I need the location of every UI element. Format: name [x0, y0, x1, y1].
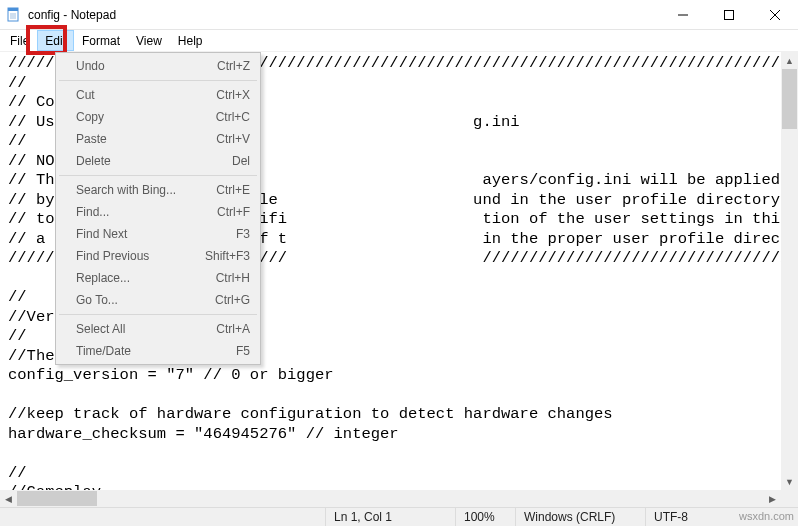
- menu-format[interactable]: Format: [74, 30, 128, 51]
- menu-item-find-next[interactable]: Find NextF3: [58, 223, 258, 245]
- menu-item-shortcut: Ctrl+E: [216, 183, 250, 197]
- menu-item-shortcut: Ctrl+V: [216, 132, 250, 146]
- menu-item-shortcut: Ctrl+A: [216, 322, 250, 336]
- status-bar: Ln 1, Col 1 100% Windows (CRLF) UTF-8 ws…: [0, 507, 798, 526]
- menu-edit[interactable]: Edit: [37, 30, 74, 51]
- maximize-button[interactable]: [706, 0, 752, 30]
- menu-view[interactable]: View: [128, 30, 170, 51]
- notepad-icon: [6, 7, 22, 23]
- scroll-down-arrow-icon[interactable]: ▼: [781, 473, 798, 490]
- menu-separator: [59, 80, 257, 81]
- menu-item-find-previous[interactable]: Find PreviousShift+F3: [58, 245, 258, 267]
- menu-separator: [59, 175, 257, 176]
- menu-item-label: Cut: [76, 88, 216, 102]
- menu-item-label: Undo: [76, 59, 217, 73]
- menu-item-shortcut: Ctrl+F: [217, 205, 250, 219]
- menu-item-shortcut: Ctrl+Z: [217, 59, 250, 73]
- menu-item-shortcut: Ctrl+X: [216, 88, 250, 102]
- menu-item-search-with-bing[interactable]: Search with Bing...Ctrl+E: [58, 179, 258, 201]
- menu-item-label: Search with Bing...: [76, 183, 216, 197]
- menu-item-label: Time/Date: [76, 344, 236, 358]
- vertical-scroll-thumb[interactable]: [782, 69, 797, 129]
- menu-item-undo[interactable]: UndoCtrl+Z: [58, 55, 258, 77]
- menu-item-shortcut: Ctrl+G: [215, 293, 250, 307]
- menu-item-go-to[interactable]: Go To...Ctrl+G: [58, 289, 258, 311]
- menu-item-time-date[interactable]: Time/DateF5: [58, 340, 258, 362]
- menu-item-label: Go To...: [76, 293, 215, 307]
- menu-item-find[interactable]: Find...Ctrl+F: [58, 201, 258, 223]
- menu-item-delete[interactable]: DeleteDel: [58, 150, 258, 172]
- menu-item-shortcut: F3: [236, 227, 250, 241]
- menu-item-shortcut: F5: [236, 344, 250, 358]
- menu-item-shortcut: Ctrl+C: [216, 110, 250, 124]
- status-encoding: UTF-8: [645, 508, 735, 526]
- menu-item-label: Find...: [76, 205, 217, 219]
- watermark: wsxdn.com: [735, 508, 798, 526]
- menu-item-cut[interactable]: CutCtrl+X: [58, 84, 258, 106]
- minimize-button[interactable]: [660, 0, 706, 30]
- menu-item-select-all[interactable]: Select AllCtrl+A: [58, 318, 258, 340]
- edit-menu-dropdown: UndoCtrl+ZCutCtrl+XCopyCtrl+CPasteCtrl+V…: [55, 52, 261, 365]
- menu-item-shortcut: Shift+F3: [205, 249, 250, 263]
- title-bar: config - Notepad: [0, 0, 798, 30]
- horizontal-scroll-thumb[interactable]: [17, 491, 97, 506]
- menu-help[interactable]: Help: [170, 30, 211, 51]
- svg-rect-6: [725, 10, 734, 19]
- window-title: config - Notepad: [28, 8, 116, 22]
- horizontal-scrollbar[interactable]: ◀ ▶: [0, 490, 781, 507]
- status-line-ending: Windows (CRLF): [515, 508, 645, 526]
- status-position: Ln 1, Col 1: [325, 508, 455, 526]
- menu-item-shortcut: Del: [232, 154, 250, 168]
- scroll-right-arrow-icon[interactable]: ▶: [764, 490, 781, 507]
- close-button[interactable]: [752, 0, 798, 30]
- menu-item-copy[interactable]: CopyCtrl+C: [58, 106, 258, 128]
- menu-item-label: Find Next: [76, 227, 236, 241]
- menu-separator: [59, 314, 257, 315]
- menu-item-label: Find Previous: [76, 249, 205, 263]
- menu-item-label: Replace...: [76, 271, 216, 285]
- svg-rect-1: [8, 8, 18, 11]
- menu-item-label: Select All: [76, 322, 216, 336]
- menu-item-replace[interactable]: Replace...Ctrl+H: [58, 267, 258, 289]
- menu-item-label: Paste: [76, 132, 216, 146]
- menu-file[interactable]: File: [2, 30, 37, 51]
- vertical-scrollbar[interactable]: ▲ ▼: [781, 52, 798, 490]
- menu-bar: File Edit Format View Help: [0, 30, 798, 52]
- svg-line-8: [770, 10, 780, 20]
- menu-item-shortcut: Ctrl+H: [216, 271, 250, 285]
- scroll-left-arrow-icon[interactable]: ◀: [0, 490, 17, 507]
- scroll-up-arrow-icon[interactable]: ▲: [781, 52, 798, 69]
- menu-item-paste[interactable]: PasteCtrl+V: [58, 128, 258, 150]
- svg-line-7: [770, 10, 780, 20]
- menu-item-label: Copy: [76, 110, 216, 124]
- menu-item-label: Delete: [76, 154, 232, 168]
- scroll-corner: [781, 490, 798, 507]
- status-zoom: 100%: [455, 508, 515, 526]
